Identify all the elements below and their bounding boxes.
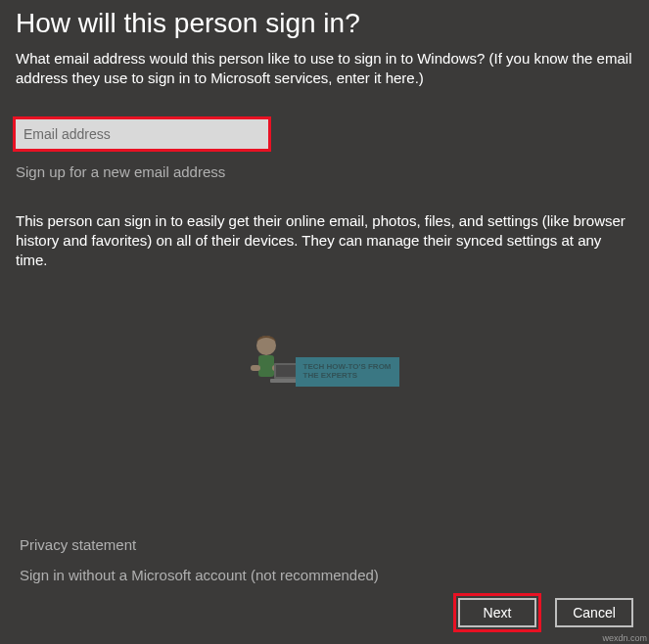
svg-rect-2 [251, 365, 260, 371]
page-title: How will this person sign in? [16, 8, 633, 39]
svg-rect-1 [258, 355, 274, 377]
watermark-source-text: wexdn.com [602, 633, 647, 643]
cancel-button[interactable]: Cancel [555, 598, 633, 627]
email-input-highlight [13, 116, 271, 152]
svg-rect-5 [276, 365, 296, 377]
signup-new-email-link[interactable]: Sign up for a new email address [16, 163, 633, 180]
sign-in-without-ms-link[interactable]: Sign in without a Microsoft account (not… [20, 567, 379, 583]
watermark-image: TECH HOW-TO'S FROM THE EXPERTS [237, 323, 413, 401]
watermark-badge: TECH HOW-TO'S FROM THE EXPERTS [296, 357, 399, 387]
intro-text: What email address would this person lik… [16, 49, 633, 89]
email-field[interactable] [16, 119, 268, 149]
privacy-statement-link[interactable]: Privacy statement [20, 536, 379, 553]
description-text: This person can sign in to easily get th… [16, 211, 633, 271]
next-button[interactable]: Next [458, 598, 536, 627]
watermark-line2: THE EXPERTS [303, 372, 392, 381]
next-button-highlight: Next [453, 593, 541, 632]
